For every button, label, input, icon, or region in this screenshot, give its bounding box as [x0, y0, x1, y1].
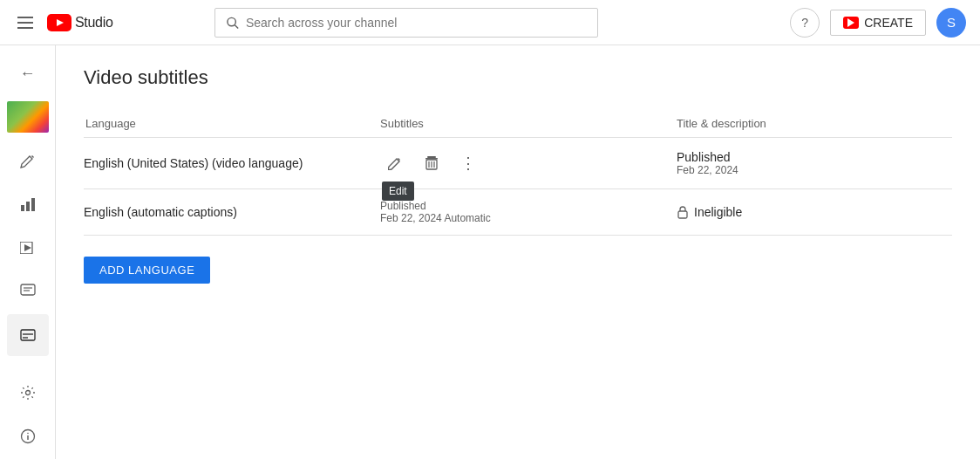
header-subtitles: Subtitles: [380, 117, 677, 130]
comments-icon: [20, 284, 36, 299]
row-subtitles-actions: Edit ⋮: [380, 148, 677, 178]
sidebar-item-comments[interactable]: [7, 271, 49, 312]
svg-rect-20: [427, 156, 436, 158]
lock-icon: [677, 205, 689, 219]
info-icon: [20, 428, 36, 444]
help-button[interactable]: ?: [790, 8, 820, 38]
page-title: Video subtitles: [84, 66, 952, 89]
svg-line-3: [235, 24, 238, 28]
create-video-icon: [843, 17, 859, 29]
trash-icon: [425, 156, 438, 170]
settings-icon: [20, 385, 36, 401]
auto-sub-info: Published Feb 22, 2024 Automatic: [380, 200, 491, 224]
topbar: Studio ? CREATE S: [0, 0, 980, 45]
avatar[interactable]: S: [936, 8, 966, 38]
sidebar-item-thumbnail[interactable]: [7, 96, 49, 138]
search-input[interactable]: [246, 16, 587, 30]
delete-subtitle-button[interactable]: [417, 148, 446, 178]
auto-sub-date: Feb 22, 2024 Automatic: [380, 212, 491, 224]
ineligible-status: Ineligible: [677, 205, 952, 219]
svg-rect-25: [678, 211, 687, 218]
search-bar[interactable]: [214, 8, 598, 38]
topbar-right: ? CREATE S: [790, 8, 966, 38]
create-button[interactable]: CREATE: [830, 10, 926, 36]
sidebar-item-analytics[interactable]: [7, 183, 49, 225]
table-header: Language Subtitles Title & description: [84, 110, 952, 138]
row-language-english-us: English (United States) (video language): [84, 156, 380, 170]
sidebar-item-settings[interactable]: [7, 372, 49, 414]
video-thumbnail: [7, 101, 49, 133]
sidebar-item-subtitles[interactable]: [7, 314, 49, 356]
svg-rect-12: [21, 330, 35, 340]
row-subtitles-auto-info: Published Feb 22, 2024 Automatic: [380, 200, 677, 224]
svg-rect-9: [21, 284, 35, 295]
edit-subtitle-button[interactable]: [380, 148, 410, 178]
table-row: English (automatic captions) Published F…: [84, 189, 952, 236]
svg-marker-8: [24, 244, 31, 251]
analytics-icon: [20, 196, 36, 212]
back-icon: ←: [20, 65, 36, 83]
videos-icon: [20, 242, 36, 254]
ineligible-text: Ineligible: [694, 205, 742, 219]
topbar-left: Studio: [14, 13, 113, 32]
svg-point-18: [27, 433, 29, 435]
main-content: Video subtitles Language Subtitles Title…: [56, 45, 980, 459]
table-row: English (United States) (video language)…: [84, 138, 952, 189]
sidebar-item-info[interactable]: [7, 415, 49, 457]
search-icon: [226, 16, 239, 30]
row-language-auto: English (automatic captions): [84, 205, 380, 219]
svg-rect-6: [31, 198, 35, 211]
status-published: Published: [677, 150, 952, 164]
sidebar-item-videos[interactable]: [7, 227, 49, 269]
row-title-ineligible: Ineligible: [677, 205, 952, 219]
sidebar-item-edit[interactable]: [7, 140, 49, 182]
subtitles-icon: [20, 327, 36, 343]
edit-tooltip: Edit: [382, 182, 414, 201]
add-language-button[interactable]: ADD LANGUAGE: [84, 257, 210, 284]
auto-sub-status: Published: [380, 200, 491, 212]
three-dots-icon: ⋮: [460, 154, 477, 173]
youtube-icon: [47, 14, 71, 31]
header-language: Language: [84, 117, 380, 130]
row-title-status: Published Feb 22, 2024: [677, 150, 952, 176]
studio-label: Studio: [75, 15, 113, 31]
sidebar: ←: [0, 45, 56, 459]
svg-point-15: [25, 391, 30, 395]
svg-rect-19: [425, 158, 438, 160]
youtube-studio-logo[interactable]: Studio: [47, 14, 113, 31]
svg-rect-5: [26, 202, 30, 211]
edit-icon: [20, 153, 36, 168]
hamburger-menu[interactable]: [14, 13, 37, 32]
main-layout: ←: [0, 45, 980, 459]
sidebar-item-back[interactable]: ←: [7, 52, 49, 94]
svg-point-2: [228, 17, 235, 25]
more-options-button[interactable]: ⋮: [453, 148, 483, 178]
pencil-icon: [388, 156, 402, 170]
svg-rect-4: [21, 205, 24, 211]
publish-date: Feb 22, 2024: [677, 164, 952, 176]
header-title-desc: Title & description: [677, 117, 952, 130]
